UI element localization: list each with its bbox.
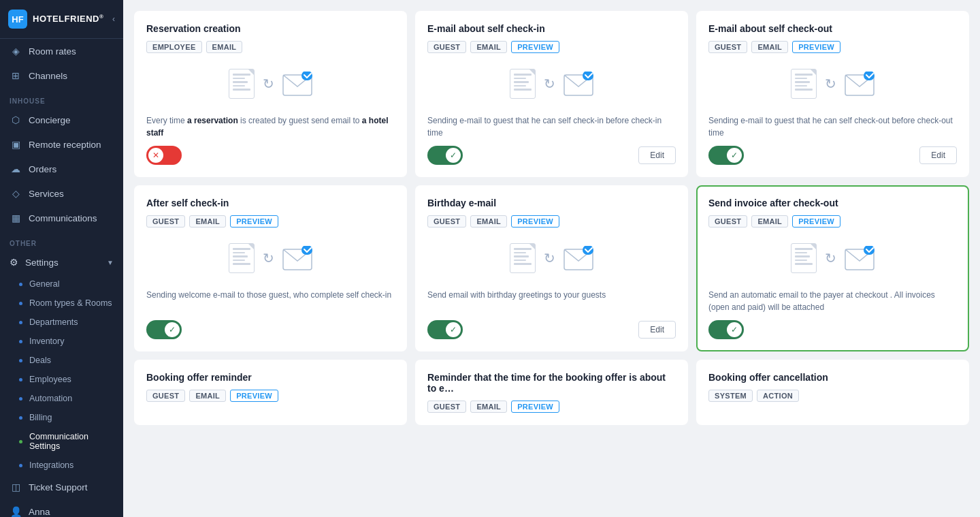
card-illustration: ↻ [427, 234, 676, 282]
svg-rect-7 [301, 246, 312, 255]
card-footer: ✓ Edit [708, 146, 957, 165]
refresh-icon: ↻ [544, 76, 555, 92]
sidebar-item-label: Room rates [29, 46, 76, 57]
toggle-knob: ✓ [165, 322, 180, 337]
card-tags: GUEST EMAIL Preview [427, 401, 676, 413]
tag-preview[interactable]: Preview [511, 41, 559, 53]
sidebar-sub-label: Automation [29, 394, 72, 403]
ticket-support-icon: ◫ [10, 482, 22, 492]
card-booking-offer-time: Reminder that the time for the booking o… [415, 360, 688, 425]
sidebar-item-channels[interactable]: ⊞ Channels [0, 63, 123, 88]
tag-employee: EMPLOYEE [146, 41, 202, 53]
doc-line [795, 78, 807, 80]
sidebar-item-anna[interactable]: 👤 Anna [0, 499, 123, 517]
sidebar-item-room-rates[interactable]: ◈ Room rates [0, 39, 123, 63]
document-icon [791, 243, 817, 273]
sidebar-sub-label: Room types & Rooms [29, 298, 112, 308]
tag-preview[interactable]: Preview [230, 390, 278, 402]
card-email-self-checkin: E-mail about self check-in GUEST EMAIL P… [415, 11, 688, 177]
card-illustration: ↻ [146, 234, 395, 282]
doc-line [795, 89, 813, 91]
dot-icon [19, 283, 22, 286]
document-icon [791, 69, 817, 99]
tag-preview[interactable]: Preview [511, 401, 559, 413]
doc-line [514, 89, 532, 91]
toggle-off[interactable]: ✕ [146, 146, 182, 165]
sidebar-sub-deals[interactable]: Deals [0, 351, 123, 370]
tag-system: SYSTEM [708, 390, 753, 402]
toggle-on[interactable]: ✓ [146, 320, 182, 339]
sidebar-sub-integrations[interactable]: Integrations [0, 456, 123, 475]
document-icon [229, 243, 255, 273]
tag-guest: GUEST [427, 215, 466, 228]
sidebar-sub-departments[interactable]: Departments [0, 313, 123, 332]
card-footer: ✓ Edit [427, 146, 676, 165]
sidebar-sub-communication-settings[interactable]: Communication Settings [0, 427, 123, 456]
doc-line [233, 248, 250, 250]
sidebar-sub-general[interactable]: General [0, 275, 123, 294]
sidebar-item-remote-reception[interactable]: ▣ Remote reception [0, 132, 123, 157]
sidebar-collapse-icon[interactable]: ‹ [112, 14, 115, 24]
doc-line [514, 252, 526, 254]
svg-rect-5 [864, 72, 875, 80]
doc-line [795, 252, 807, 254]
toggle-on[interactable]: ✓ [427, 320, 463, 339]
sidebar-item-label: Remote reception [29, 140, 101, 150]
sidebar-sub-automation[interactable]: Automation [0, 389, 123, 408]
room-rates-icon: ◈ [10, 46, 22, 57]
tag-preview[interactable]: Preview [230, 215, 278, 228]
tag-guest: GUEST [708, 215, 747, 228]
sidebar-sub-billing[interactable]: Billing [0, 408, 123, 427]
sidebar-item-settings[interactable]: ⚙ Settings ▼ [0, 250, 123, 275]
logo: HF HOTELFRIEND® ‹ [0, 0, 123, 39]
toggle-on[interactable]: ✓ [708, 320, 744, 339]
doc-line [514, 255, 529, 257]
document-icon [229, 69, 255, 99]
card-tags: GUEST EMAIL Preview [146, 215, 395, 228]
toggle-on[interactable]: ✓ [427, 146, 463, 165]
main-content: Reservation creation EMPLOYEE EMAIL ↻ [123, 0, 980, 517]
sidebar-sub-label: Inventory [29, 336, 64, 346]
edit-button[interactable]: Edit [638, 321, 676, 339]
card-tags: GUEST EMAIL Preview [427, 215, 676, 228]
card-footer: ✓ Edit [427, 320, 676, 339]
edit-button[interactable]: Edit [638, 146, 676, 164]
sidebar-sub-label: Integrations [29, 460, 74, 470]
card-email-self-checkout: E-mail about self check-out GUEST EMAIL … [696, 11, 969, 177]
sidebar-item-orders[interactable]: ☁ Orders [0, 157, 123, 181]
card-booking-offer-cancellation: Booking offer cancellation SYSTEM ACTION [696, 360, 969, 425]
toggle-on[interactable]: ✓ [708, 146, 744, 165]
doc-line [795, 74, 813, 76]
email-envelope-icon [845, 246, 875, 270]
sidebar-item-label: Settings [25, 257, 59, 268]
tag-preview[interactable]: Preview [792, 215, 840, 228]
communications-icon: ▦ [10, 213, 22, 223]
tag-preview[interactable]: Preview [511, 215, 559, 228]
sidebar-item-label: Channels [29, 71, 67, 81]
sidebar-sub-label: Billing [29, 413, 52, 422]
channels-icon: ⊞ [10, 70, 22, 81]
edit-button[interactable]: Edit [919, 146, 957, 164]
sidebar-sub-employees[interactable]: Employees [0, 370, 123, 389]
sidebar-item-concierge[interactable]: ⬡ Concierge [0, 108, 123, 132]
dot-icon [19, 359, 22, 362]
sidebar-sub-room-types[interactable]: Room types & Rooms [0, 294, 123, 313]
email-envelope-icon [282, 246, 312, 270]
tag-preview[interactable]: Preview [792, 41, 840, 53]
sidebar-sub-label: Deals [29, 356, 51, 365]
dot-icon [19, 378, 22, 381]
sidebar-sub-inventory[interactable]: Inventory [0, 332, 123, 351]
tag-guest: GUEST [427, 41, 466, 53]
sidebar-item-ticket-support[interactable]: ◫ Ticket Support [0, 475, 123, 499]
sidebar-item-services[interactable]: ◇ Services [0, 181, 123, 206]
doc-line [233, 89, 250, 91]
card-booking-offer-reminder: Booking offer reminder GUEST EMAIL Previ… [134, 360, 407, 425]
tag-guest: GUEST [708, 41, 747, 53]
card-birthday-email: Birthday e-mail GUEST EMAIL Preview ↻ [415, 185, 688, 351]
sidebar-item-communications[interactable]: ▦ Communications [0, 206, 123, 230]
card-reservation-creation: Reservation creation EMPLOYEE EMAIL ↻ [134, 11, 407, 177]
other-section-label: OTHER [0, 230, 123, 250]
sidebar-item-label: Services [29, 189, 64, 199]
dot-icon [19, 397, 22, 401]
card-description: Sending e-mail to guest that he can self… [427, 114, 676, 139]
